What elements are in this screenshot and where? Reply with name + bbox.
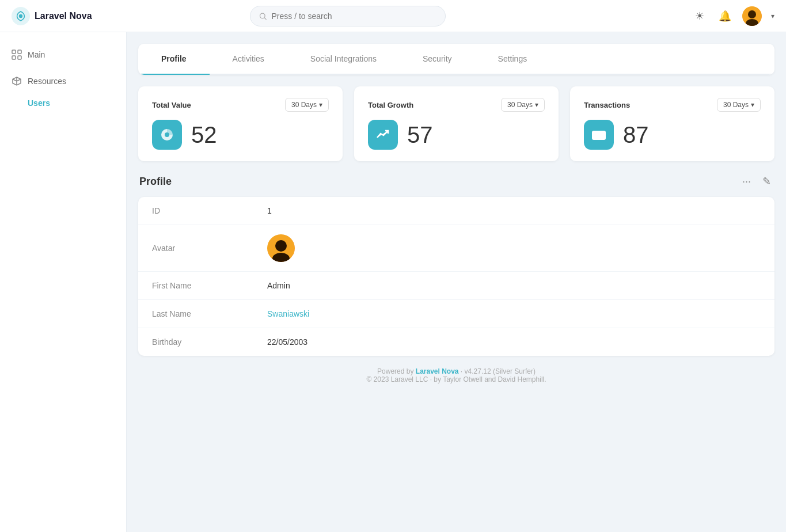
metric-dropdown-transactions[interactable]: 30 Days ▾ xyxy=(717,98,761,112)
metric-period-total-value: 30 Days xyxy=(291,101,317,109)
svg-rect-10 xyxy=(18,56,21,59)
metric-header-transactions: Transactions 30 Days ▾ xyxy=(584,98,761,112)
metric-title-total-value: Total Value xyxy=(152,101,191,109)
page-layout: Main Resources Users Pr xyxy=(0,32,786,532)
svg-point-1 xyxy=(19,14,22,17)
metric-header-total-value: Total Value 30 Days ▾ xyxy=(152,98,329,112)
metric-value-total-value: 52 xyxy=(191,122,217,148)
notifications-icon[interactable]: 🔔 xyxy=(717,8,733,24)
profile-more-button[interactable]: ··· xyxy=(740,173,753,190)
svg-point-16 xyxy=(275,240,287,252)
footer-powered-by: Powered by Laravel Nova · v4.27.12 (Silv… xyxy=(150,367,763,375)
search-input[interactable] xyxy=(271,12,436,21)
profile-value-id: 1 xyxy=(267,206,272,215)
svg-rect-7 xyxy=(12,50,16,54)
box-icon xyxy=(12,76,22,86)
footer-brand-link[interactable]: Laravel Nova xyxy=(416,367,459,375)
sidebar-section-main: Main xyxy=(0,44,126,66)
svg-point-5 xyxy=(748,10,756,18)
avatar xyxy=(267,234,295,262)
search-bar[interactable] xyxy=(250,6,446,26)
footer-version: · v4.27.12 (Silver Surfer) xyxy=(461,367,536,375)
sidebar-main-label: Main xyxy=(28,50,45,59)
profile-field-birthday: Birthday xyxy=(152,337,267,347)
user-menu-chevron[interactable]: ▾ xyxy=(771,12,774,20)
grid-icon xyxy=(12,50,22,60)
metrics-row: Total Value 30 Days ▾ 52 xyxy=(138,86,774,161)
svg-rect-8 xyxy=(18,50,21,54)
nav-right: ☀ 🔔 ▾ xyxy=(692,6,774,26)
profile-field-id: ID xyxy=(152,206,267,215)
metric-header-total-growth: Total Growth 30 Days ▾ xyxy=(368,98,545,112)
sidebar-resources-label: Resources xyxy=(28,77,66,86)
tabs-card: Profile Activities Social Integrations S… xyxy=(138,44,774,75)
metric-body-total-growth: 57 xyxy=(368,120,545,150)
metric-body-transactions: 87 xyxy=(584,120,761,150)
tab-settings[interactable]: Settings xyxy=(475,44,550,75)
top-navigation: Laravel Nova ☀ 🔔 ▾ xyxy=(0,0,786,32)
profile-row-birthday: Birthday 22/05/2003 xyxy=(138,328,774,356)
profile-section-title: Profile xyxy=(139,176,172,188)
footer-powered-label: Powered by xyxy=(377,367,413,375)
metric-period-transactions: 30 Days xyxy=(723,101,749,109)
tab-social-integrations[interactable]: Social Integrations xyxy=(287,44,400,75)
tab-security[interactable]: Security xyxy=(400,44,475,75)
user-avatar[interactable] xyxy=(742,6,762,26)
tab-activities[interactable]: Activities xyxy=(210,44,287,75)
main-content: Profile Activities Social Integrations S… xyxy=(127,32,786,532)
metric-body-total-value: 52 xyxy=(152,120,329,150)
metric-value-total-growth: 57 xyxy=(407,122,433,148)
tab-profile[interactable]: Profile xyxy=(138,44,210,75)
metric-period-total-growth: 30 Days xyxy=(507,101,533,109)
metric-dropdown-chevron-total-value: ▾ xyxy=(319,101,322,109)
sidebar-item-users[interactable]: Users xyxy=(0,92,126,114)
metric-card-transactions: Transactions 30 Days ▾ 87 xyxy=(570,86,774,161)
profile-row-avatar: Avatar xyxy=(138,225,774,272)
metric-dropdown-chevron-total-growth: ▾ xyxy=(535,101,538,109)
svg-line-3 xyxy=(264,17,266,19)
metric-title-transactions: Transactions xyxy=(584,101,630,109)
app-logo[interactable]: Laravel Nova xyxy=(12,7,127,25)
profile-value-lastname[interactable]: Swaniawski xyxy=(267,309,309,318)
metric-card-total-growth: Total Growth 30 Days ▾ 57 xyxy=(354,86,559,161)
tabs-nav: Profile Activities Social Integrations S… xyxy=(138,44,774,75)
theme-toggle-icon[interactable]: ☀ xyxy=(692,8,708,24)
svg-rect-12 xyxy=(593,131,605,139)
profile-actions: ··· ✎ xyxy=(740,173,773,190)
credit-card-icon xyxy=(584,120,614,150)
app-name: Laravel Nova xyxy=(35,11,92,21)
sidebar-section-resources: Resources Users xyxy=(0,70,126,114)
svg-rect-9 xyxy=(12,56,16,59)
profile-section-header: Profile ··· ✎ xyxy=(138,173,774,190)
metric-dropdown-total-value[interactable]: 30 Days ▾ xyxy=(285,98,329,112)
profile-field-avatar: Avatar xyxy=(152,244,267,253)
metric-card-total-value: Total Value 30 Days ▾ 52 xyxy=(138,86,343,161)
sidebar-item-resources[interactable]: Resources xyxy=(0,70,126,92)
sidebar: Main Resources Users xyxy=(0,32,127,532)
profile-value-firstname: Admin xyxy=(267,281,290,290)
trending-up-icon xyxy=(368,120,398,150)
sidebar-item-main[interactable]: Main xyxy=(0,44,126,66)
svg-point-11 xyxy=(165,132,169,137)
profile-card: ID 1 Avatar First Name Admin xyxy=(138,197,774,356)
search-icon xyxy=(259,12,267,21)
metric-title-total-growth: Total Growth xyxy=(368,101,413,109)
metric-dropdown-total-growth[interactable]: 30 Days ▾ xyxy=(501,98,545,112)
profile-value-birthday: 22/05/2003 xyxy=(267,337,307,347)
profile-row-id: ID 1 xyxy=(138,197,774,225)
profile-row-firstname: First Name Admin xyxy=(138,272,774,300)
profile-field-lastname: Last Name xyxy=(152,309,267,318)
chart-pie-icon xyxy=(152,120,182,150)
metric-dropdown-chevron-transactions: ▾ xyxy=(751,101,754,109)
profile-row-lastname: Last Name Swaniawski xyxy=(138,300,774,328)
footer-copyright: © 2023 Laravel LLC · by Taylor Otwell an… xyxy=(150,375,763,383)
svg-point-2 xyxy=(260,13,265,18)
metric-value-transactions: 87 xyxy=(623,122,649,148)
users-indent-icon xyxy=(12,98,22,108)
sidebar-users-label: Users xyxy=(28,98,50,108)
profile-edit-button[interactable]: ✎ xyxy=(760,173,773,190)
footer: Powered by Laravel Nova · v4.27.12 (Silv… xyxy=(138,356,774,395)
profile-field-firstname: First Name xyxy=(152,281,267,290)
